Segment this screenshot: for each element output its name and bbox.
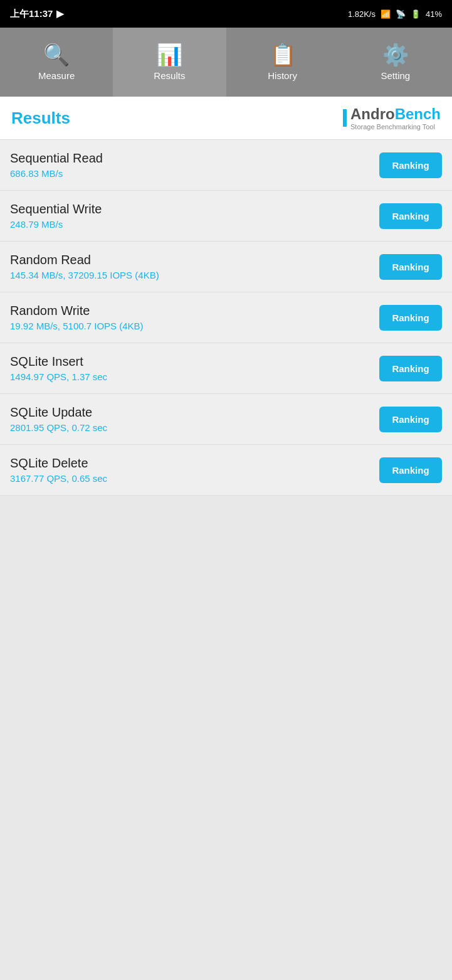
page-title: Results bbox=[11, 109, 70, 128]
bench-name-2: Random Read bbox=[10, 253, 159, 267]
bench-value-0: 686.83 MB/s bbox=[10, 168, 103, 179]
ranking-button-2[interactable]: Ranking bbox=[379, 254, 442, 280]
brand-name: AndroBench bbox=[350, 105, 441, 123]
brand-accent-bar bbox=[343, 109, 347, 127]
tab-history[interactable]: 📋 History bbox=[226, 28, 339, 97]
history-icon: 📋 bbox=[270, 44, 296, 65]
nav-tabs: 🔍 Measure 📊 Results 📋 History ⚙️ Setting bbox=[0, 28, 452, 97]
signal-icon: 📶 bbox=[381, 9, 391, 19]
ranking-button-1[interactable]: Ranking bbox=[379, 203, 442, 229]
brand-logo: AndroBench Storage Benchmarking Tool bbox=[343, 105, 441, 130]
table-row: Sequential Read686.83 MB/sRanking bbox=[0, 140, 452, 191]
status-bar: 上午11:37 ▶ 1.82K/s 📶 📡 🔋 41% bbox=[0, 0, 452, 28]
ranking-button-4[interactable]: Ranking bbox=[379, 356, 442, 381]
bench-value-6: 3167.77 QPS, 0.65 sec bbox=[10, 473, 107, 484]
empty-area bbox=[0, 496, 452, 715]
ranking-button-5[interactable]: Ranking bbox=[379, 407, 442, 432]
tab-results-label: Results bbox=[154, 70, 185, 81]
results-header: Results AndroBench Storage Benchmarking … bbox=[0, 97, 452, 140]
setting-icon: ⚙️ bbox=[382, 44, 409, 65]
table-row: SQLite Insert1494.97 QPS, 1.37 secRankin… bbox=[0, 343, 452, 394]
brand-subtitle: Storage Benchmarking Tool bbox=[350, 123, 441, 130]
battery-icon: 🔋 bbox=[411, 9, 421, 19]
table-row: Random Write19.92 MB/s, 5100.7 IOPS (4KB… bbox=[0, 292, 452, 343]
bench-value-5: 2801.95 QPS, 0.72 sec bbox=[10, 422, 107, 433]
tab-history-label: History bbox=[268, 70, 297, 81]
wifi-icon: 📡 bbox=[396, 9, 406, 19]
bench-name-6: SQLite Delete bbox=[10, 456, 107, 471]
bench-value-1: 248.79 MB/s bbox=[10, 219, 102, 230]
measure-icon: 🔍 bbox=[43, 44, 70, 65]
benchmark-list: Sequential Read686.83 MB/sRankingSequent… bbox=[0, 140, 452, 496]
tab-setting-label: Setting bbox=[381, 70, 411, 81]
ranking-button-6[interactable]: Ranking bbox=[379, 457, 442, 483]
tab-measure-label: Measure bbox=[38, 70, 75, 81]
cursor-icon: ▶ bbox=[56, 8, 64, 19]
table-row: SQLite Update2801.95 QPS, 0.72 secRankin… bbox=[0, 394, 452, 445]
bench-value-3: 19.92 MB/s, 5100.7 IOPS (4KB) bbox=[10, 321, 144, 331]
tab-setting[interactable]: ⚙️ Setting bbox=[339, 28, 452, 97]
ranking-button-3[interactable]: Ranking bbox=[379, 305, 442, 331]
status-right: 1.82K/s 📶 📡 🔋 41% bbox=[348, 9, 442, 19]
tab-results[interactable]: 📊 Results bbox=[113, 28, 226, 97]
bench-value-2: 145.34 MB/s, 37209.15 IOPS (4KB) bbox=[10, 270, 159, 280]
bench-name-4: SQLite Insert bbox=[10, 354, 107, 369]
table-row: Sequential Write248.79 MB/sRanking bbox=[0, 191, 452, 242]
results-icon: 📊 bbox=[156, 44, 182, 65]
tab-measure[interactable]: 🔍 Measure bbox=[0, 28, 113, 97]
bench-value-4: 1494.97 QPS, 1.37 sec bbox=[10, 371, 107, 382]
bench-name-3: Random Write bbox=[10, 304, 144, 318]
bench-name-1: Sequential Write bbox=[10, 202, 102, 216]
table-row: SQLite Delete3167.77 QPS, 0.65 secRankin… bbox=[0, 445, 452, 496]
table-row: Random Read145.34 MB/s, 37209.15 IOPS (4… bbox=[0, 242, 452, 292]
bench-name-5: SQLite Update bbox=[10, 405, 107, 420]
status-time: 上午11:37 ▶ bbox=[10, 8, 64, 20]
ranking-button-0[interactable]: Ranking bbox=[379, 152, 442, 178]
bench-name-0: Sequential Read bbox=[10, 151, 103, 166]
